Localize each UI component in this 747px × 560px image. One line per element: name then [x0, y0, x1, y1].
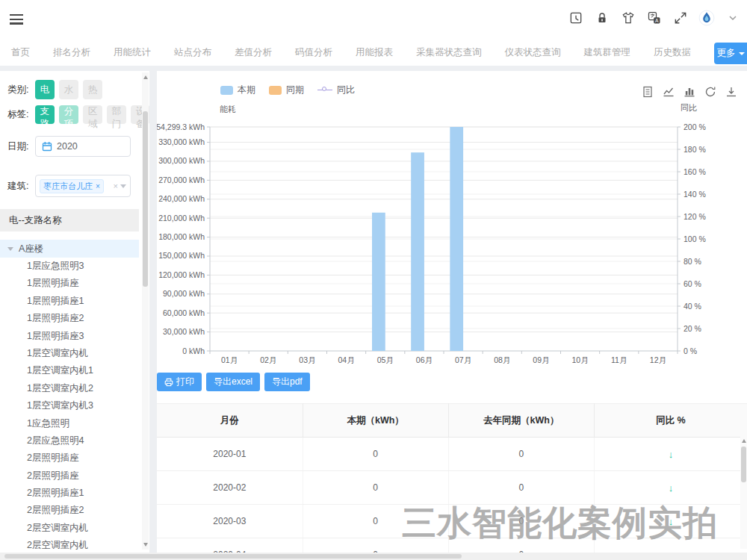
svg-text:210,000 kWh: 210,000 kWh — [158, 214, 205, 223]
print-button[interactable]: 打印 — [157, 373, 202, 391]
category-label: 类别: — [7, 84, 35, 96]
category-button-电[interactable]: 电 — [35, 80, 55, 99]
refresh-icon[interactable] — [704, 86, 716, 98]
table-row: 2020-0400↓ — [157, 538, 747, 553]
category-button-水[interactable]: 水 — [59, 80, 78, 99]
tab-排名分析[interactable]: 排名分析 — [53, 41, 90, 66]
legend-marker — [220, 86, 233, 95]
line-chart-icon[interactable] — [663, 86, 675, 98]
menu-icon[interactable] — [10, 14, 23, 26]
tab-用能报表[interactable]: 用能报表 — [356, 41, 393, 66]
tab-差值分析[interactable]: 差值分析 — [235, 41, 272, 66]
topbar: A — [0, 0, 747, 41]
scroll-thumb[interactable] — [741, 447, 746, 482]
tree-item[interactable]: 1层空调室内机3 — [0, 397, 149, 414]
tree-item[interactable]: 1层照明插座2 — [0, 310, 149, 327]
yoy-bar-chart[interactable]: 0 %20 %40 %60 %80 %100 %120 %140 %160 %1… — [157, 99, 747, 372]
lock-icon[interactable] — [594, 10, 610, 26]
horizontal-scrollbar[interactable] — [0, 553, 747, 560]
svg-text:354,299.3 kWh: 354,299.3 kWh — [157, 122, 205, 131]
tree-item[interactable]: 1层照明插座3 — [0, 328, 149, 345]
legend-item-同期[interactable]: 同期 — [269, 84, 304, 96]
tree-root-node[interactable]: A座楼 — [0, 240, 139, 258]
trend-down-icon: ↓ — [669, 516, 674, 527]
tab-bar: 首页排名分析用能统计站点分布差值分析码值分析用能报表采集器状态查询仪表状态查询建… — [0, 41, 747, 66]
svg-text:300,000 kWh: 300,000 kWh — [158, 156, 205, 165]
scroll-thumb[interactable] — [143, 111, 148, 287]
scroll-up-icon[interactable] — [143, 75, 148, 79]
expand-caret-icon[interactable] — [7, 247, 13, 251]
download-icon[interactable] — [725, 86, 737, 98]
chevron-down-icon — [739, 52, 745, 55]
action-buttons: 打印 导出excel 导出pdf — [157, 373, 310, 391]
table-row: 2020-0200↓ — [157, 471, 747, 505]
tree-item[interactable]: 1层应急照明3 — [0, 258, 149, 275]
tab-首页[interactable]: 首页 — [11, 41, 30, 66]
legend-item-同比[interactable]: 同比 — [317, 84, 355, 96]
language-icon[interactable]: A — [646, 10, 663, 26]
chart-toolbar — [642, 86, 737, 98]
tab-历史数据[interactable]: 历史数据 — [654, 41, 691, 66]
more-button[interactable]: 更多 — [714, 43, 747, 64]
tree-item[interactable]: 2层空调室内机 — [0, 520, 149, 537]
tag-close-icon[interactable]: × — [96, 182, 100, 190]
schedule-icon[interactable] — [568, 10, 584, 26]
column-header: 月份 — [157, 404, 303, 438]
tag-button-区域[interactable]: 区域 — [83, 105, 102, 124]
tree-item[interactable]: 2层照明插座2 — [0, 502, 149, 519]
svg-text:12月: 12月 — [650, 355, 666, 364]
tree-item[interactable]: 2层空调室内机 — [0, 537, 149, 553]
table-scrollbar[interactable] — [740, 437, 747, 549]
app-logo[interactable] — [698, 10, 715, 26]
date-value: 2020 — [57, 141, 78, 152]
bar-chart-icon[interactable] — [684, 86, 695, 98]
tab-站点分布[interactable]: 站点分布 — [174, 41, 211, 66]
legend-item-本期[interactable]: 本期 — [220, 84, 255, 96]
tree-item[interactable]: 1层照明插座 — [0, 275, 149, 292]
tag-button-分项[interactable]: 分项 — [59, 105, 78, 124]
svg-text:330,000 kWh: 330,000 kWh — [158, 137, 205, 146]
data-view-icon[interactable] — [642, 86, 654, 98]
tree-item[interactable]: 1层空调室内机1 — [0, 362, 149, 379]
legend-marker — [269, 86, 282, 95]
sidebar-scrollbar[interactable] — [142, 72, 149, 550]
fullscreen-icon[interactable] — [672, 10, 689, 26]
scroll-down-icon[interactable] — [143, 543, 148, 547]
scroll-thumb[interactable] — [4, 554, 462, 559]
svg-text:04月: 04月 — [338, 355, 354, 364]
svg-text:能耗: 能耗 — [220, 105, 236, 113]
calendar-icon — [42, 141, 52, 152]
tree-item[interactable]: 1层空调室内机 — [0, 345, 149, 362]
tree-item[interactable]: 2层照明插座1 — [0, 485, 149, 502]
tree-item[interactable]: 1层照明插座1 — [0, 293, 149, 310]
tree-item-list: 1层应急照明31层照明插座1层照明插座11层照明插座21层照明插座31层空调室内… — [0, 258, 149, 553]
column-header: 本期（kWh） — [303, 404, 448, 438]
tab-建筑群管理[interactable]: 建筑群管理 — [584, 41, 631, 66]
scroll-up-icon[interactable] — [742, 439, 746, 443]
building-select[interactable]: 枣庄市台儿庄× × — [35, 175, 131, 197]
trend-down-icon: ↓ — [669, 449, 674, 460]
trend-down-icon: ↓ — [669, 482, 674, 494]
theme-shirt-icon[interactable] — [620, 10, 636, 26]
tag-button-部门[interactable]: 部门 — [107, 105, 126, 124]
user-chevron-icon[interactable] — [725, 10, 741, 26]
tree-item[interactable]: 1层空调室内机2 — [0, 380, 149, 397]
export-pdf-button[interactable]: 导出pdf — [264, 373, 310, 391]
building-tag: 枣庄市台儿庄× — [40, 179, 104, 193]
category-button-热[interactable]: 热 — [83, 80, 102, 99]
svg-text:05月: 05月 — [377, 355, 394, 364]
svg-text:240,000 kWh: 240,000 kWh — [158, 194, 205, 203]
tab-采集器状态查询[interactable]: 采集器状态查询 — [416, 41, 482, 66]
export-excel-button[interactable]: 导出excel — [206, 373, 260, 391]
date-input[interactable]: 2020 — [35, 136, 131, 157]
tree-item[interactable]: 2层照明插座 — [0, 467, 149, 485]
tree-item[interactable]: 1应急照明 — [0, 415, 149, 432]
tree-item[interactable]: 2层照明插座 — [0, 449, 149, 467]
tab-码值分析[interactable]: 码值分析 — [295, 41, 332, 66]
tree-header: 电--支路名称 — [0, 209, 139, 231]
tree-item[interactable]: 2层应急照明4 — [0, 432, 149, 449]
clear-icon[interactable]: × — [114, 181, 118, 190]
tab-用能统计[interactable]: 用能统计 — [114, 41, 151, 66]
tag-button-支路[interactable]: 支路 — [35, 105, 55, 124]
tab-仪表状态查询[interactable]: 仪表状态查询 — [505, 41, 561, 66]
